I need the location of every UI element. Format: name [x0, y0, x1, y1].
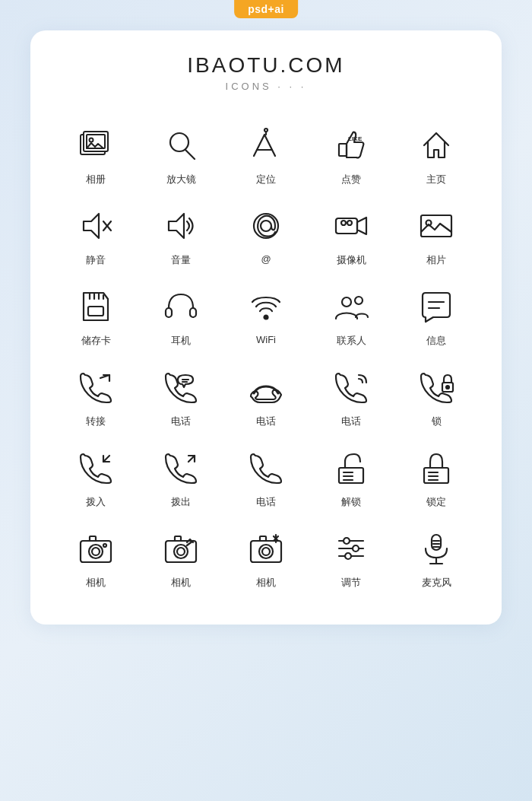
svg-point-16 — [261, 221, 271, 231]
card-subtitle: ICONS · · · — [53, 81, 479, 92]
svg-rect-28 — [166, 308, 172, 317]
phone-plain-label: 电话 — [256, 495, 276, 509]
svg-rect-29 — [190, 308, 196, 317]
svg-point-48 — [89, 545, 103, 558]
svg-point-31 — [342, 297, 351, 307]
svg-rect-9 — [339, 144, 347, 156]
icon-cell-location: 定位 — [223, 113, 309, 194]
at-icon — [245, 205, 287, 247]
svg-point-32 — [355, 297, 363, 304]
album-label: 相册 — [86, 173, 106, 186]
call-forward-icon — [74, 366, 117, 408]
phone-hang-label: 电话 — [256, 415, 276, 428]
phone-chat-label: 电话 — [171, 415, 191, 428]
icon-cell-sdcard: 储存卡 — [53, 275, 138, 355]
magnifier-label: 放大镜 — [166, 173, 196, 186]
adjust-label: 调节 — [341, 576, 361, 590]
location-label: 定位 — [256, 173, 276, 186]
call-in-icon — [74, 447, 117, 489]
svg-point-51 — [103, 544, 106, 547]
phone-hang-icon — [245, 366, 287, 408]
icon-cell-adjust: 调节 — [309, 517, 394, 597]
icon-cell-contacts: 联系人 — [309, 275, 394, 355]
svg-point-58 — [262, 548, 270, 555]
format-badge: psd+ai — [234, 0, 298, 18]
icon-grid: 相册 放大镜 定位 — [53, 113, 479, 597]
call-in-label: 拨入 — [86, 495, 106, 509]
phone-plain-icon — [245, 447, 287, 489]
album-icon — [74, 124, 117, 167]
icon-cell-phone-lock: 锁 — [394, 355, 479, 436]
locked-icon — [415, 447, 458, 489]
call-out-icon — [160, 447, 202, 489]
svg-marker-11 — [84, 214, 99, 238]
volume-icon — [160, 205, 202, 247]
svg-point-22 — [426, 221, 432, 226]
icon-cell-home: 主页 — [394, 113, 479, 194]
call-out-label: 拨出 — [171, 495, 191, 509]
icon-cell-camera1: 相机 — [53, 517, 138, 597]
svg-rect-17 — [336, 218, 357, 234]
camera3-label: 相机 — [256, 576, 276, 590]
icon-cell-camera-video: 摄像机 — [309, 194, 394, 275]
icon-cell-like: LIKE 点赞 — [309, 113, 394, 194]
svg-rect-27 — [88, 307, 103, 316]
microphone-label: 麦克风 — [422, 576, 451, 590]
mute-label: 静音 — [86, 253, 106, 267]
sdcard-label: 储存卡 — [81, 334, 111, 348]
like-label: 点赞 — [341, 173, 361, 186]
camera-video-icon — [330, 205, 372, 247]
icon-cell-phone-ring: 电话 — [309, 355, 394, 436]
phone-ring-icon — [330, 366, 372, 408]
svg-rect-21 — [421, 215, 451, 237]
phone-lock-label: 锁 — [432, 415, 442, 428]
magnifier-icon — [160, 124, 202, 167]
camera3-icon — [245, 527, 287, 570]
message-label: 信息 — [426, 334, 446, 348]
svg-point-53 — [174, 545, 188, 558]
card-title: IBAOTU.COM — [53, 53, 479, 78]
svg-marker-14 — [169, 214, 184, 238]
svg-point-67 — [353, 545, 359, 551]
icon-cell-message: 信息 — [394, 275, 479, 355]
headphone-icon — [160, 285, 202, 328]
svg-point-30 — [264, 316, 268, 319]
svg-marker-18 — [357, 218, 366, 234]
icon-cell-magnifier: 放大镜 — [138, 113, 223, 194]
icon-cell-at: @ — [223, 194, 309, 275]
locked-label: 锁定 — [426, 495, 446, 509]
icon-cell-headphone: 耳机 — [138, 275, 223, 355]
icon-cell-photo: 相片 — [394, 194, 479, 275]
icon-cell-camera2: 相机 — [138, 517, 223, 597]
home-icon — [415, 124, 458, 167]
call-forward-label: 转接 — [86, 415, 106, 428]
svg-point-19 — [341, 221, 346, 225]
icon-cell-call-forward: 转接 — [53, 355, 138, 436]
adjust-icon — [330, 527, 372, 570]
icon-cell-mute: 静音 — [53, 194, 138, 275]
microphone-icon — [415, 527, 458, 570]
at-label: @ — [261, 253, 271, 265]
camera1-icon — [74, 527, 117, 570]
svg-text:LIKE: LIKE — [348, 135, 363, 142]
camera-video-label: 摄像机 — [337, 253, 366, 267]
card-header: IBAOTU.COM ICONS · · · — [53, 53, 479, 92]
svg-rect-59 — [260, 536, 266, 541]
svg-point-7 — [264, 129, 268, 132]
svg-line-5 — [185, 150, 195, 159]
volume-label: 音量 — [171, 253, 191, 267]
photo-label: 相片 — [426, 253, 446, 267]
svg-point-20 — [347, 221, 352, 225]
svg-point-68 — [345, 553, 351, 559]
svg-point-38 — [446, 386, 449, 389]
location-icon — [245, 124, 287, 167]
like-icon: LIKE — [330, 124, 372, 167]
phone-lock-icon — [415, 366, 458, 408]
svg-point-49 — [92, 548, 100, 555]
icon-cell-album: 相册 — [53, 113, 138, 194]
wifi-icon — [245, 285, 287, 328]
unlock-icon — [330, 447, 372, 489]
svg-point-66 — [344, 538, 350, 544]
icon-cell-phone-plain: 电话 — [223, 436, 309, 517]
headphone-label: 耳机 — [171, 334, 191, 348]
